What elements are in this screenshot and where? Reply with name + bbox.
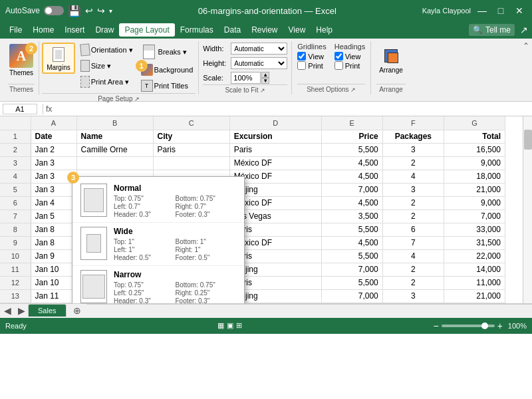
size-button[interactable]: Size ▾ bbox=[78, 59, 136, 73]
height-select[interactable]: Automatic bbox=[231, 57, 287, 69]
dropdown-arrow-icon[interactable]: ▾ bbox=[109, 7, 112, 15]
cell-c2[interactable]: Paris bbox=[153, 143, 229, 156]
menu-review[interactable]: Review bbox=[246, 23, 283, 37]
cell-a10[interactable]: Jan 9 bbox=[31, 249, 76, 263]
gridlines-view-checkbox[interactable] bbox=[297, 52, 306, 61]
close-button[interactable]: ✕ bbox=[512, 3, 527, 18]
cell-e12[interactable]: 5,500 bbox=[321, 276, 382, 289]
zoom-in-button[interactable]: + bbox=[497, 321, 503, 331]
cell-e1[interactable]: Price bbox=[321, 130, 382, 143]
menu-draw[interactable]: Draw bbox=[90, 23, 119, 37]
col-header-e[interactable]: E bbox=[321, 116, 382, 130]
cell-g9[interactable]: 31,500 bbox=[444, 236, 505, 249]
cell-g8[interactable]: 33,000 bbox=[444, 223, 505, 236]
menu-view[interactable]: View bbox=[283, 23, 311, 37]
col-header-g[interactable]: G bbox=[444, 116, 505, 130]
cell-e9[interactable]: 4,500 bbox=[321, 236, 382, 249]
cell-f3[interactable]: 2 bbox=[382, 156, 444, 170]
orientation-button[interactable]: Orientation ▾ bbox=[78, 43, 136, 57]
cell-g6[interactable]: 9,000 bbox=[444, 196, 505, 209]
col-header-d[interactable]: D bbox=[229, 116, 321, 130]
cell-b1[interactable]: Name bbox=[76, 130, 153, 143]
tell-me-input[interactable]: 🔍 Tell me bbox=[469, 24, 515, 36]
cell-f6[interactable]: 2 bbox=[382, 196, 444, 209]
cell-d1[interactable]: Excursion bbox=[229, 130, 321, 143]
zoom-slider[interactable] bbox=[442, 325, 495, 327]
cell-f10[interactable]: 4 bbox=[382, 249, 444, 263]
headings-print-checkbox[interactable] bbox=[334, 61, 343, 70]
cell-e2[interactable]: 5,500 bbox=[321, 143, 382, 156]
cell-c3[interactable] bbox=[153, 156, 229, 170]
cell-e8[interactable]: 5,500 bbox=[321, 223, 382, 236]
scroll-tabs-left[interactable]: ◀ bbox=[0, 305, 15, 316]
col-header-c[interactable]: C bbox=[153, 116, 229, 130]
cell-a2[interactable]: Jan 2 bbox=[31, 143, 76, 156]
cell-g5[interactable]: 21,000 bbox=[444, 183, 505, 196]
cell-a7[interactable]: Jan 5 bbox=[31, 209, 76, 223]
cell-f11[interactable]: 2 bbox=[382, 263, 444, 276]
cell-f7[interactable]: 2 bbox=[382, 209, 444, 223]
menu-formulas[interactable]: Formulas bbox=[175, 23, 219, 37]
cell-g12[interactable]: 11,000 bbox=[444, 276, 505, 289]
normal-view-button[interactable]: ▦ bbox=[217, 321, 224, 330]
cell-g4[interactable]: 18,000 bbox=[444, 170, 505, 183]
scale-down-button[interactable]: ▼ bbox=[261, 78, 269, 84]
cell-a8[interactable]: Jan 8 bbox=[31, 223, 76, 236]
cell-a9[interactable]: Jan 8 bbox=[31, 236, 76, 249]
arrange-button[interactable]: Arrange bbox=[376, 43, 406, 76]
cell-f12[interactable]: 2 bbox=[382, 276, 444, 289]
cell-e4[interactable]: 4,500 bbox=[321, 170, 382, 183]
print-titles-button[interactable]: T Print Titles bbox=[138, 78, 196, 93]
cell-d2[interactable]: Paris bbox=[229, 143, 321, 156]
menu-file[interactable]: File bbox=[4, 23, 27, 37]
page-break-view-button[interactable]: ⊞ bbox=[236, 321, 242, 330]
redo-icon[interactable]: ↪ bbox=[97, 5, 105, 16]
save-icon[interactable]: 💾 bbox=[68, 5, 81, 17]
menu-home[interactable]: Home bbox=[27, 23, 59, 37]
cell-f1[interactable]: Packages bbox=[382, 130, 444, 143]
share-icon[interactable]: ↗ bbox=[520, 25, 528, 35]
cell-f2[interactable]: 3 bbox=[382, 143, 444, 156]
name-box[interactable] bbox=[3, 104, 37, 114]
page-layout-view-button[interactable]: ▣ bbox=[227, 321, 233, 330]
cell-a11[interactable]: Jan 10 bbox=[31, 263, 76, 276]
cell-e11[interactable]: 7,000 bbox=[321, 263, 382, 276]
menu-help[interactable]: Help bbox=[311, 23, 338, 37]
cell-e13[interactable]: 7,000 bbox=[321, 289, 382, 303]
cell-f13[interactable]: 3 bbox=[382, 289, 444, 303]
cell-f5[interactable]: 3 bbox=[382, 183, 444, 196]
cell-d3[interactable]: México DF bbox=[229, 156, 321, 170]
cell-a1[interactable]: Date bbox=[31, 130, 76, 143]
cell-e10[interactable]: 5,500 bbox=[321, 249, 382, 263]
breaks-button[interactable]: Breaks ▾ bbox=[138, 43, 196, 61]
zoom-out-button[interactable]: − bbox=[433, 321, 438, 331]
cell-a5[interactable]: Jan 3 bbox=[31, 183, 76, 196]
col-header-f[interactable]: F bbox=[382, 116, 444, 130]
formula-content[interactable] bbox=[55, 108, 529, 110]
cell-g11[interactable]: 14,000 bbox=[444, 263, 505, 276]
scroll-thumb[interactable] bbox=[524, 130, 532, 150]
vertical-scrollbar[interactable] bbox=[523, 116, 532, 303]
cell-e5[interactable]: 7,000 bbox=[321, 183, 382, 196]
cell-e3[interactable]: 4,500 bbox=[321, 156, 382, 170]
col-header-a[interactable]: A bbox=[31, 116, 76, 130]
cell-e7[interactable]: 3,500 bbox=[321, 209, 382, 223]
cell-a6[interactable]: Jan 4 bbox=[31, 196, 76, 209]
undo-icon[interactable]: ↩ bbox=[85, 5, 93, 16]
add-sheet-button[interactable]: ⊕ bbox=[68, 303, 86, 318]
headings-view-checkbox[interactable] bbox=[334, 52, 343, 61]
col-header-b[interactable]: B bbox=[76, 116, 153, 130]
cell-b3[interactable] bbox=[76, 156, 153, 170]
menu-insert[interactable]: Insert bbox=[59, 23, 90, 37]
margin-normal-option[interactable]: Normal Top: 0.75" Bottom: 0.75" Left: 0.… bbox=[72, 180, 244, 223]
cell-a12[interactable]: Jan 10 bbox=[31, 276, 76, 289]
cell-a13[interactable]: Jan 11 bbox=[31, 289, 76, 303]
cell-g7[interactable]: 7,000 bbox=[444, 209, 505, 223]
minimize-button[interactable]: — bbox=[475, 3, 489, 18]
menu-data[interactable]: Data bbox=[219, 23, 246, 37]
cell-f9[interactable]: 7 bbox=[382, 236, 444, 249]
print-area-button[interactable]: Print Area ▾ bbox=[78, 74, 136, 89]
cell-g3[interactable]: 9,000 bbox=[444, 156, 505, 170]
cell-c1[interactable]: City bbox=[153, 130, 229, 143]
width-select[interactable]: Automatic bbox=[231, 43, 287, 55]
